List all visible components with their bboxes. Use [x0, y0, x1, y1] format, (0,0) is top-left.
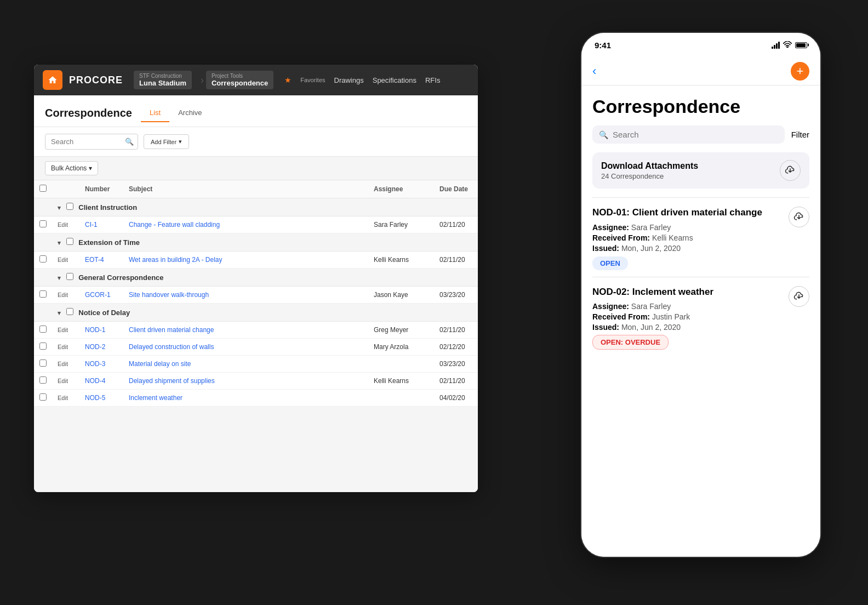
edit-link[interactable]: Edit — [58, 292, 68, 298]
row-edit: Edit — [52, 339, 79, 356]
add-filter-label: Add Filter — [151, 139, 176, 145]
row-edit: Edit — [52, 252, 79, 269]
row-check — [34, 322, 52, 339]
group-expand-icon[interactable]: ▾ — [58, 239, 61, 246]
item-subject-link[interactable]: Inclement weather — [129, 394, 182, 402]
item-subject-link[interactable]: Delayed construction of walls — [129, 343, 214, 351]
card-nod02-download-icon[interactable] — [789, 286, 809, 307]
add-button[interactable]: + — [791, 62, 809, 81]
card-nod01-received-from: Received From: Kelli Kearns — [592, 233, 782, 242]
section-dropdown[interactable]: Project Tools Correspondence — [206, 71, 273, 89]
item-number-link[interactable]: NOD-1 — [85, 326, 105, 334]
tab-archive[interactable]: Archive — [169, 104, 210, 122]
group-check-notice[interactable] — [66, 308, 73, 315]
procore-logo: PROCORE — [69, 75, 123, 86]
table-row: Edit NOD-4 Delayed shipment of supplies … — [34, 373, 478, 390]
table-row: Edit NOD-5 Inclement weather 04/02/20 — [34, 390, 478, 407]
group-check-extension[interactable] — [66, 238, 73, 245]
desktop-app: PROCORE STF Construction Luna Stadium › … — [34, 65, 478, 492]
row-due-date: 03/23/20 — [434, 287, 478, 304]
row-checkbox[interactable] — [39, 220, 47, 227]
row-checkbox[interactable] — [39, 393, 47, 401]
bulk-actions-label: Bulk Actions — [51, 164, 87, 172]
item-subject-link[interactable]: Delayed shipment of supplies — [129, 377, 215, 385]
item-number-link[interactable]: NOD-5 — [85, 394, 105, 402]
row-checkbox[interactable] — [39, 359, 47, 367]
card-nod02-assignee: Assignee: Sara Farley — [592, 302, 782, 311]
card-nod01-download-icon[interactable] — [789, 207, 809, 227]
item-number-link[interactable]: NOD-2 — [85, 343, 105, 351]
group-general-correspondence: ▾ General Correspondence — [34, 269, 478, 287]
mobile-filter-button[interactable]: Filter — [791, 130, 809, 139]
home-button[interactable] — [43, 70, 62, 90]
received-from-label: Received From: — [592, 233, 650, 242]
row-edit: Edit — [52, 356, 79, 373]
search-wrap: 🔍 — [45, 134, 138, 150]
item-subject-link[interactable]: Wet areas in building 2A - Delay — [129, 256, 222, 264]
open-badge[interactable]: OPEN — [592, 256, 628, 270]
bulk-actions-button[interactable]: Bulk Actions ▾ — [45, 161, 98, 175]
card-nod01-body: NOD-01: Client driven material change As… — [592, 207, 782, 267]
issued-label: Issued: — [592, 244, 619, 253]
row-due-date: 02/12/20 — [434, 339, 478, 356]
table-row: Edit EOT-4 Wet areas in building 2A - De… — [34, 252, 478, 269]
edit-link[interactable]: Edit — [58, 395, 68, 401]
company-dropdown[interactable]: STF Construction Luna Stadium — [134, 71, 192, 89]
card-nod01-actions — [789, 207, 809, 227]
download-cloud-icon[interactable] — [780, 160, 801, 181]
item-number-link[interactable]: NOD-4 — [85, 377, 105, 385]
row-checkbox[interactable] — [39, 326, 47, 333]
fav-rfis[interactable]: RFIs — [425, 76, 440, 84]
row-assignee: Mary Arzola — [368, 339, 434, 356]
page-tabs: List Archive — [141, 104, 211, 122]
tab-list[interactable]: List — [141, 104, 169, 122]
favorites-label: Favorites — [300, 77, 325, 83]
item-subject-link[interactable]: Site handover walk-through — [129, 291, 209, 299]
row-subject: Inclement weather — [123, 390, 368, 407]
item-number-link[interactable]: CI-1 — [85, 221, 98, 229]
mobile-search-input[interactable] — [613, 130, 778, 139]
item-number-link[interactable]: GCOR-1 — [85, 291, 111, 299]
card-nod02-received-value: Justin Park — [652, 312, 690, 321]
row-due-date: 02/11/20 — [434, 373, 478, 390]
group-check-general[interactable] — [66, 273, 73, 280]
mobile-search-row: 🔍 Filter — [592, 125, 809, 144]
edit-link[interactable]: Edit — [58, 327, 68, 333]
item-number-link[interactable]: EOT-4 — [85, 256, 104, 264]
search-input[interactable] — [45, 134, 138, 150]
row-checkbox[interactable] — [39, 343, 47, 350]
group-expand-check — [34, 198, 52, 216]
item-subject-link[interactable]: Material delay on site — [129, 360, 191, 368]
section-label: Project Tools — [212, 73, 268, 79]
row-checkbox[interactable] — [39, 255, 47, 262]
row-edit: Edit — [52, 373, 79, 390]
group-label-client-instruction: ▾ Client Instruction — [52, 198, 478, 216]
item-subject-link[interactable]: Change - Feature wall cladding — [129, 221, 220, 229]
group-expand-icon[interactable]: ▾ — [58, 204, 61, 211]
group-label-general-correspondence: ▾ General Correspondence — [52, 269, 478, 287]
edit-link[interactable]: Edit — [58, 344, 68, 350]
edit-link[interactable]: Edit — [58, 378, 68, 384]
download-attachments-card[interactable]: Download Attachments 24 Correspondence — [592, 152, 809, 189]
battery-fill — [796, 43, 806, 47]
row-number: NOD-1 — [79, 322, 123, 339]
group-expand-check — [34, 233, 52, 252]
row-subject: Client driven material change — [123, 322, 368, 339]
row-checkbox[interactable] — [39, 290, 47, 298]
edit-link[interactable]: Edit — [58, 361, 68, 367]
add-filter-button[interactable]: Add Filter ▾ — [144, 134, 189, 149]
back-button[interactable]: ‹ — [592, 64, 596, 78]
edit-link[interactable]: Edit — [58, 221, 68, 228]
fav-drawings[interactable]: Drawings — [334, 76, 364, 84]
overdue-badge[interactable]: OPEN: OVERDUE — [592, 335, 669, 350]
edit-link[interactable]: Edit — [58, 256, 68, 263]
item-subject-link[interactable]: Client driven material change — [129, 326, 214, 334]
item-number-link[interactable]: NOD-3 — [85, 360, 105, 368]
group-expand-icon[interactable]: ▾ — [58, 310, 61, 316]
select-all-checkbox[interactable] — [39, 185, 47, 192]
group-check-client-instruction[interactable] — [66, 203, 73, 210]
row-checkbox[interactable] — [39, 376, 47, 384]
group-expand-icon[interactable]: ▾ — [58, 275, 61, 281]
toolbar: 🔍 Add Filter ▾ — [34, 127, 478, 157]
fav-specifications[interactable]: Specifications — [373, 76, 416, 84]
